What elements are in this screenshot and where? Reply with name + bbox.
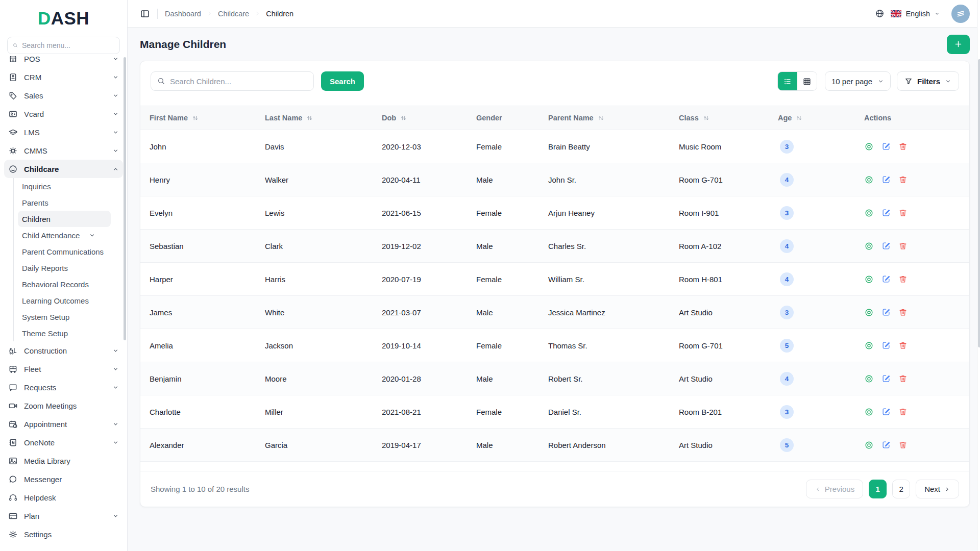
delete-button[interactable] [898,208,908,217]
sidebar-item-messenger[interactable]: Messenger [0,470,127,488]
filters-button[interactable]: Filters [897,71,959,91]
children-search[interactable] [151,71,314,91]
view-button[interactable] [864,142,874,152]
sidebar-item-childcare[interactable]: Childcare [4,160,123,178]
list-view-button[interactable] [778,72,797,91]
sort-icon[interactable] [400,115,407,121]
sidebar-subitem-children[interactable]: Children [18,211,111,227]
sidebar-item-crm[interactable]: CRM [0,68,127,86]
edit-button[interactable] [881,374,891,383]
sidebar-item-zoom-meetings[interactable]: Zoom Meetings [0,396,127,415]
edit-button[interactable] [881,308,891,317]
sidebar-subitem-system-setup[interactable]: System Setup [14,309,127,325]
cell-class: Room B-201 [679,395,778,429]
sidebar-search-input[interactable] [22,41,114,49]
column-header-first-name[interactable]: First Name [140,106,265,130]
delete-button[interactable] [898,407,908,416]
view-button[interactable] [864,274,874,284]
user-avatar[interactable] [951,5,970,23]
edit-button[interactable] [881,241,891,251]
sidebar-subitem-behavioral-records[interactable]: Behavioral Records [14,276,127,292]
delete-button[interactable] [898,175,908,184]
language-selector[interactable]: English [891,10,940,18]
page-scrollbar-thumb[interactable] [978,59,980,347]
delete-button[interactable] [898,274,908,284]
page-1-button[interactable]: 1 [869,480,887,498]
edit-button[interactable] [881,407,891,416]
column-header-age[interactable]: Age [778,106,864,130]
chevron-down-icon [112,147,119,154]
view-button[interactable] [864,175,874,185]
sidebar-item-helpdesk[interactable]: Helpdesk [0,488,127,507]
add-child-button[interactable] [947,35,970,54]
edit-button[interactable] [881,440,891,449]
sidebar-scrollbar[interactable] [124,57,126,340]
grid-view-button[interactable] [797,72,817,91]
page-scrollbar[interactable] [977,0,980,551]
previous-page-button[interactable]: Previous [806,480,863,498]
sidebar-item-appointment[interactable]: Appointment [0,415,127,433]
sidebar-subitem-parents[interactable]: Parents [14,194,127,211]
delete-button[interactable] [898,341,908,350]
sidebar-item-vcard[interactable]: Vcard [0,105,127,123]
edit-button[interactable] [881,274,891,284]
edit-icon [881,440,891,449]
sort-icon[interactable] [306,115,313,121]
sidebar-item-fleet[interactable]: Fleet [0,360,127,378]
per-page-select[interactable]: 10 per page [825,71,891,91]
breadcrumb-childcare[interactable]: Childcare [218,10,249,18]
edit-button[interactable] [881,208,891,217]
sidebar-item-lms[interactable]: LMS [0,123,127,141]
edit-button[interactable] [881,142,891,151]
column-header-dob[interactable]: Dob [382,106,476,130]
main-area: Dashboard Childcare Children English Man… [128,0,980,551]
page-2-button[interactable]: 2 [892,480,910,498]
delete-button[interactable] [898,374,908,383]
view-button[interactable] [864,341,874,350]
sidebar-search[interactable] [7,37,120,54]
sidebar-item-media-library[interactable]: Media Library [0,452,127,470]
cell-class: Room I-901 [679,196,778,230]
sidebar-item-onenote[interactable]: OneNote [0,433,127,452]
sidebar-item-pos[interactable]: POS [0,56,127,68]
delete-button[interactable] [898,440,908,449]
children-search-input[interactable] [170,77,307,86]
sort-icon[interactable] [703,115,709,121]
globe-icon[interactable] [875,9,885,18]
search-button[interactable]: Search [321,71,364,91]
breadcrumb-dashboard[interactable]: Dashboard [165,10,201,18]
sort-icon[interactable] [796,115,802,121]
delete-button[interactable] [898,142,908,151]
sidebar-subitem-theme-setup[interactable]: Theme Setup [14,325,127,341]
edit-button[interactable] [881,341,891,350]
sort-icon[interactable] [598,115,604,121]
edit-button[interactable] [881,175,891,184]
sort-icon[interactable] [192,115,199,121]
sidebar-item-sales[interactable]: Sales [0,86,127,105]
sidebar-subitem-parent-communications[interactable]: Parent Communications [14,243,127,260]
view-button[interactable] [864,241,874,251]
view-button[interactable] [864,308,874,317]
delete-button[interactable] [898,308,908,317]
brand-logo[interactable]: DASH [0,0,127,37]
view-button[interactable] [864,374,874,384]
sidebar-item-settings[interactable]: Settings [0,525,127,543]
sidebar-subitem-learning-outcomes[interactable]: Learning Outcomes [14,292,127,309]
view-button[interactable] [864,440,874,450]
column-header-class[interactable]: Class [679,106,778,130]
column-header-parent-name[interactable]: Parent Name [548,106,679,130]
sidebar-subitem-child-attendance[interactable]: Child Attendance [14,227,127,243]
sidebar-item-construction[interactable]: Construction [0,341,127,360]
chevron-down-icon [112,384,119,391]
view-button[interactable] [864,208,874,218]
view-button[interactable] [864,407,874,417]
sidebar-subitem-daily-reports[interactable]: Daily Reports [14,260,127,276]
next-page-button[interactable]: Next [916,480,959,498]
sidebar-item-requests[interactable]: Requests [0,378,127,396]
sidebar-item-plan[interactable]: Plan [0,507,127,525]
delete-button[interactable] [898,241,908,251]
sidebar-toggle-icon[interactable] [140,9,150,19]
sidebar-subitem-inquiries[interactable]: Inquiries [14,178,127,194]
sidebar-item-cmms[interactable]: CMMS [0,141,127,160]
column-header-last-name[interactable]: Last Name [265,106,382,130]
